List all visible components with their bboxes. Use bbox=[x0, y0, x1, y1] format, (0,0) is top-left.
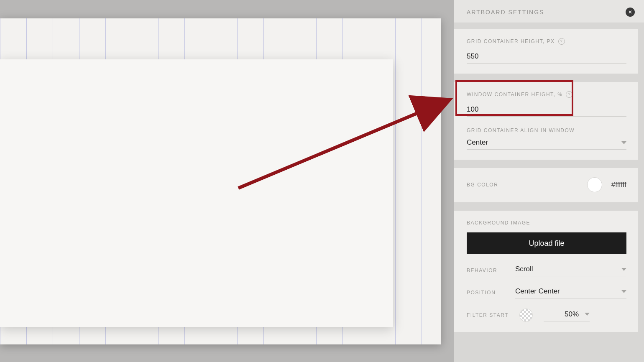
filter-start-label: FILTER START bbox=[467, 312, 509, 318]
panel-header: ARTBOARD SETTINGS ✕ bbox=[454, 0, 644, 23]
bg-color-group: BG COLOR #ffffff bbox=[454, 168, 638, 202]
artboard-settings-panel: ARTBOARD SETTINGS ✕ GRID CONTAINER HEIGH… bbox=[454, 0, 644, 362]
panel-title: ARTBOARD SETTINGS bbox=[467, 9, 544, 15]
window-container-height-group: WINDOW CONTAINER HEIGHT, % ? GRID CONTAI… bbox=[454, 82, 638, 160]
grid-container-height-label: GRID CONTAINER HEIGHT, PX ? bbox=[467, 38, 626, 45]
position-label: POSITION bbox=[467, 290, 504, 296]
help-icon[interactable]: ? bbox=[566, 91, 572, 98]
chevron-down-icon bbox=[621, 268, 626, 271]
position-select[interactable]: Center Center bbox=[515, 286, 626, 298]
bg-color-hex[interactable]: #ffffff bbox=[611, 181, 626, 189]
help-icon[interactable]: ? bbox=[558, 38, 565, 45]
grid-surface[interactable] bbox=[0, 18, 441, 344]
bg-color-swatch[interactable] bbox=[587, 177, 602, 192]
bg-color-label: BG COLOR bbox=[467, 182, 498, 188]
background-image-label: BACKGROUND IMAGE bbox=[467, 220, 626, 226]
window-container-height-label: WINDOW CONTAINER HEIGHT, % ? bbox=[467, 91, 626, 98]
editor-canvas[interactable] bbox=[0, 0, 454, 362]
behavior-label: BEHAVIOR bbox=[467, 268, 504, 273]
grid-container-height-label-text: GRID CONTAINER HEIGHT, PX bbox=[467, 38, 555, 44]
behavior-select[interactable]: Scroll bbox=[515, 264, 626, 276]
artboard[interactable] bbox=[0, 59, 393, 327]
grid-container-height-input[interactable] bbox=[467, 51, 626, 64]
filter-start-select[interactable]: 50% bbox=[544, 309, 590, 321]
chevron-down-icon bbox=[621, 141, 626, 144]
position-value: Center Center bbox=[515, 287, 560, 296]
grid-container-height-group: GRID CONTAINER HEIGHT, PX ? bbox=[454, 29, 638, 74]
filter-start-swatch[interactable] bbox=[519, 308, 533, 322]
grid-align-value: Center bbox=[467, 138, 488, 147]
chevron-down-icon bbox=[585, 313, 590, 316]
close-icon[interactable]: ✕ bbox=[626, 8, 635, 17]
window-container-height-label-text: WINDOW CONTAINER HEIGHT, % bbox=[467, 92, 562, 97]
chevron-down-icon bbox=[621, 290, 626, 293]
background-image-group: BACKGROUND IMAGE Upload file BEHAVIOR Sc… bbox=[454, 211, 638, 332]
grid-align-label: GRID CONTAINER ALIGN IN WINDOW bbox=[467, 127, 626, 133]
grid-align-select[interactable]: Center bbox=[467, 138, 626, 150]
window-container-height-input[interactable] bbox=[467, 104, 626, 117]
filter-start-value: 50% bbox=[565, 310, 579, 319]
upload-file-button[interactable]: Upload file bbox=[467, 232, 626, 254]
behavior-value: Scroll bbox=[515, 265, 533, 273]
